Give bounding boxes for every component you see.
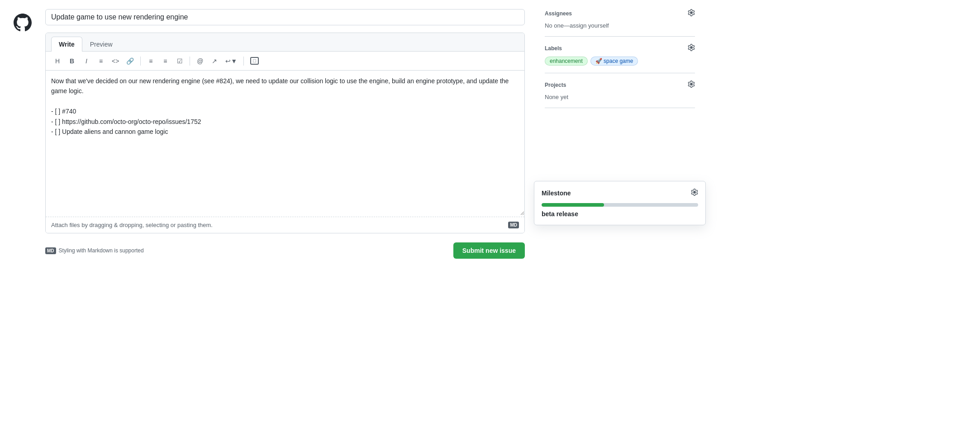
- fullscreen-button[interactable]: □: [247, 55, 262, 66]
- attach-files-text: Attach files by dragging & dropping, sel…: [51, 222, 213, 228]
- sidebar: Assignees No one—assign yourself Labels: [534, 9, 706, 427]
- code-icon: <>: [112, 58, 119, 64]
- issue-title-input[interactable]: [45, 9, 525, 25]
- labels-container: enhancement 🚀 space game: [545, 57, 695, 66]
- editor-tabs: Write Preview: [46, 33, 524, 52]
- page-wrapper: Write Preview H B I ≡ <>: [0, 0, 980, 436]
- undo-icon: ↩▼: [225, 58, 237, 64]
- sidebar-assignees-section: Assignees No one—assign yourself: [545, 9, 695, 37]
- tab-preview[interactable]: Preview: [82, 37, 120, 52]
- milestone-popup: Milestone beta release: [534, 181, 706, 225]
- task-list-button[interactable]: ☑: [173, 56, 186, 66]
- heading-icon: H: [55, 58, 60, 64]
- sidebar-projects-section: Projects None yet: [545, 73, 695, 108]
- editor-box: Write Preview H B I ≡ <>: [45, 33, 525, 233]
- assignees-title: Assignees: [545, 10, 572, 17]
- assignees-header: Assignees: [545, 9, 695, 18]
- assignees-value: No one—assign yourself: [545, 22, 609, 29]
- bold-icon: B: [70, 58, 74, 64]
- editor-footer: MD Styling with Markdown is supported Su…: [45, 237, 525, 264]
- ordered-list-button[interactable]: ≡: [159, 56, 171, 66]
- submit-new-issue-button[interactable]: Submit new issue: [453, 242, 525, 259]
- reference-icon: ↗: [212, 58, 217, 64]
- markdown-icon-footer: MD: [45, 247, 56, 254]
- task-list-icon: ☑: [177, 58, 183, 64]
- milestone-progress-bar: [542, 203, 698, 207]
- toolbar-divider-3: [243, 57, 244, 66]
- issue-body-textarea[interactable]: Now that we've decided on our new render…: [46, 71, 524, 215]
- milestone-progress-fill: [542, 203, 604, 207]
- projects-gear-icon[interactable]: [688, 81, 695, 90]
- github-logo-icon: [14, 14, 32, 32]
- unordered-list-button[interactable]: ≡: [144, 56, 157, 66]
- mention-button[interactable]: @: [194, 56, 206, 66]
- quote-button[interactable]: ≡: [95, 56, 107, 66]
- labels-header: Labels: [545, 44, 695, 53]
- assignees-gear-icon[interactable]: [688, 9, 695, 18]
- label-space-game: 🚀 space game: [590, 57, 638, 66]
- code-button[interactable]: <>: [109, 56, 122, 66]
- markdown-icon-attach: MD: [508, 222, 519, 228]
- milestone-gear-icon[interactable]: [691, 189, 698, 198]
- main-content: Write Preview H B I ≡ <>: [36, 9, 534, 427]
- milestone-name: beta release: [542, 210, 578, 218]
- label-enhancement: enhancement: [545, 57, 588, 66]
- projects-value: None yet: [545, 94, 568, 100]
- heading-button[interactable]: H: [51, 56, 64, 66]
- milestone-popup-title: Milestone: [542, 190, 571, 197]
- markdown-hint-text: Styling with Markdown is supported: [59, 247, 144, 254]
- tab-write[interactable]: Write: [51, 37, 82, 52]
- projects-header: Projects: [545, 81, 695, 90]
- toolbar-divider-2: [190, 57, 190, 66]
- link-icon: 🔗: [126, 58, 134, 64]
- fullscreen-icon: □: [250, 57, 259, 65]
- toolbar-divider-1: [140, 57, 141, 66]
- quote-icon: ≡: [99, 58, 103, 64]
- attach-files-area: Attach files by dragging & dropping, sel…: [46, 217, 524, 233]
- mention-icon: @: [197, 58, 203, 64]
- editor-toolbar: H B I ≡ <> 🔗 ≡: [46, 52, 524, 71]
- labels-gear-icon[interactable]: [688, 44, 695, 53]
- unordered-list-icon: ≡: [149, 58, 152, 64]
- link-button[interactable]: 🔗: [124, 56, 137, 66]
- github-logo-area: [9, 9, 36, 427]
- labels-title: Labels: [545, 45, 562, 52]
- italic-icon: I: [86, 58, 87, 64]
- bold-button[interactable]: B: [66, 56, 78, 66]
- italic-button[interactable]: I: [80, 56, 93, 66]
- reference-button[interactable]: ↗: [208, 56, 221, 66]
- undo-button[interactable]: ↩▼: [223, 56, 240, 66]
- sidebar-labels-section: Labels enhancement 🚀 space game: [545, 37, 695, 73]
- markdown-hint: MD Styling with Markdown is supported: [45, 247, 144, 254]
- projects-title: Projects: [545, 82, 566, 88]
- milestone-popup-header: Milestone: [542, 189, 698, 198]
- ordered-list-icon: ≡: [163, 58, 167, 64]
